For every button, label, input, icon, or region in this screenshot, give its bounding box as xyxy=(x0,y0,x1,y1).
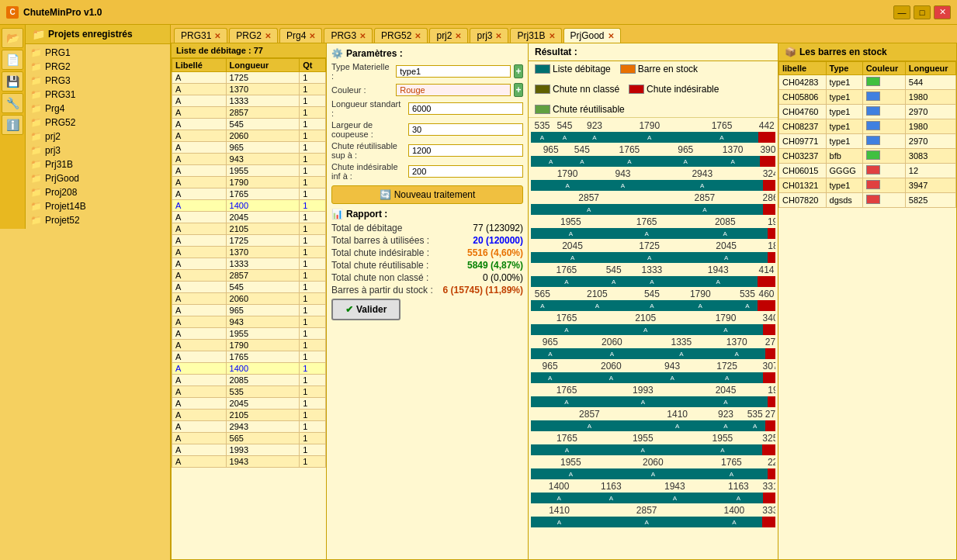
stock-row[interactable]: CH04283 type1 544 xyxy=(779,75,956,90)
save-button[interactable]: 💾 xyxy=(2,71,23,92)
table-row[interactable]: A13331 xyxy=(172,258,326,270)
param-longueur-input[interactable] xyxy=(408,102,523,115)
table-row[interactable]: A20451 xyxy=(172,212,326,223)
param-couleur-add[interactable]: + xyxy=(514,83,523,97)
table-row[interactable]: A17251 xyxy=(172,72,326,84)
sidebar-item[interactable]: 📁PRG3 xyxy=(27,74,168,88)
stock-row[interactable]: CH06015 GGGG 12 xyxy=(779,164,956,178)
table-row[interactable]: A21051 xyxy=(172,223,326,235)
table-row[interactable]: A19931 xyxy=(172,444,326,456)
tab[interactable]: Prj31B✕ xyxy=(510,28,561,43)
param-chute-indes-input[interactable] xyxy=(408,165,523,178)
sidebar-item[interactable]: 📁PRG31 xyxy=(27,88,168,102)
table-row[interactable]: A19431 xyxy=(172,456,326,468)
tab[interactable]: PRG3✕ xyxy=(324,28,373,43)
tab-close-icon[interactable]: ✕ xyxy=(414,32,421,40)
valider-button[interactable]: ✔ Valider xyxy=(331,299,400,320)
table-row[interactable]: A17651 xyxy=(172,188,326,200)
tab[interactable]: PRG2✕ xyxy=(229,28,278,43)
table-row[interactable]: A28571 xyxy=(172,270,326,282)
info-button[interactable]: ℹ️ xyxy=(2,115,23,135)
table-row[interactable]: A20851 xyxy=(172,375,326,386)
param-couleur-input[interactable] xyxy=(396,84,511,96)
table-row[interactable]: A14001 xyxy=(172,200,326,212)
tab-close-icon[interactable]: ✕ xyxy=(359,32,366,40)
sidebar-item[interactable]: 📁Projet14B xyxy=(27,199,168,213)
tools-button[interactable]: 🔧 xyxy=(2,93,23,113)
tab-close-icon[interactable]: ✕ xyxy=(265,32,271,40)
table-row[interactable]: A5351 xyxy=(172,386,326,398)
table-row[interactable]: A9431 xyxy=(172,154,326,165)
stock-libelle: CH06015 xyxy=(779,164,827,178)
table-row[interactable]: A14001 xyxy=(172,363,326,375)
bar-segment: A xyxy=(666,156,706,167)
minimize-button[interactable]: — xyxy=(893,5,910,19)
table-row[interactable]: A13331 xyxy=(172,95,326,107)
table-row[interactable]: A5651 xyxy=(172,433,326,444)
stock-row[interactable]: CH05806 type1 1980 xyxy=(779,90,956,105)
nouveau-button[interactable]: 🔄 Nouveau traitement xyxy=(331,185,523,204)
bar-label: 1790 xyxy=(613,120,685,131)
close-button[interactable]: ✕ xyxy=(934,5,951,19)
tab-close-icon[interactable]: ✕ xyxy=(214,32,220,40)
sidebar-item[interactable]: 📁PRG2 xyxy=(27,60,168,74)
new-button[interactable]: 📄 xyxy=(2,50,23,70)
sidebar-item[interactable]: 📁prj3 xyxy=(27,143,168,157)
tab[interactable]: PrjGood✕ xyxy=(563,28,621,43)
stock-row[interactable]: CH09771 type1 2970 xyxy=(779,134,956,149)
table-row[interactable]: A20601 xyxy=(172,130,326,142)
sidebar-item[interactable]: 📁PRG1 xyxy=(27,46,168,60)
table-row[interactable]: A17901 xyxy=(172,340,326,351)
table-row[interactable]: A19551 xyxy=(172,328,326,340)
param-type-add[interactable]: + xyxy=(514,64,523,78)
table-row[interactable]: A5451 xyxy=(172,282,326,293)
param-largeur-input[interactable] xyxy=(408,123,523,136)
tab-close-icon[interactable]: ✕ xyxy=(549,32,555,40)
bar-segment: A xyxy=(531,324,602,335)
tab[interactable]: Prg4✕ xyxy=(279,28,322,43)
table-row[interactable]: A20601 xyxy=(172,293,326,305)
sidebar-item[interactable]: 📁prj2 xyxy=(27,130,168,143)
table-row[interactable]: A28571 xyxy=(172,107,326,119)
table-row[interactable]: A5451 xyxy=(172,119,326,130)
stock-row[interactable]: CH03237 bfb 3083 xyxy=(779,149,956,164)
table-row[interactable]: A17901 xyxy=(172,177,326,188)
table-row[interactable]: A9651 xyxy=(172,305,326,316)
table-row[interactable]: A9431 xyxy=(172,316,326,328)
bar-row: 176521051790340AAA xyxy=(531,313,775,335)
tab-close-icon[interactable]: ✕ xyxy=(455,32,461,40)
param-type-input[interactable] xyxy=(396,65,511,78)
tab-close-icon[interactable]: ✕ xyxy=(495,32,501,40)
sidebar-item[interactable]: 📁Prg4 xyxy=(27,102,168,116)
bar-label: 340 xyxy=(763,313,775,323)
stock-row[interactable]: CH08237 type1 1980 xyxy=(779,119,956,134)
stock-row[interactable]: CH01321 type1 3947 xyxy=(779,178,956,193)
tab[interactable]: PRG31✕ xyxy=(174,28,227,43)
table-row[interactable]: A19551 xyxy=(172,165,326,177)
table-row[interactable]: A17651 xyxy=(172,351,326,363)
table-row[interactable]: A29431 xyxy=(172,421,326,433)
sidebar-item[interactable]: 📁Prj31B xyxy=(27,157,168,171)
sidebar-item[interactable]: 📁PrjGood xyxy=(27,171,168,185)
param-type-row: Type Materielle : + xyxy=(331,62,523,81)
table-row[interactable]: A21051 xyxy=(172,410,326,421)
table-row[interactable]: A13701 xyxy=(172,247,326,258)
tab[interactable]: prj2✕ xyxy=(429,28,468,43)
table-row[interactable]: A9651 xyxy=(172,142,326,154)
table-row[interactable]: A13701 xyxy=(172,84,326,95)
open-button[interactable]: 📂 xyxy=(2,28,23,48)
tab-close-icon[interactable]: ✕ xyxy=(608,32,614,40)
stock-row[interactable]: CH07820 dgsds 5825 xyxy=(779,193,956,208)
sidebar-item[interactable]: 📁Projet52 xyxy=(27,213,168,227)
param-chute-reutil-input[interactable] xyxy=(408,144,523,157)
tab-close-icon[interactable]: ✕ xyxy=(309,32,315,40)
sidebar-item[interactable]: 📁Proj208 xyxy=(27,185,168,199)
maximize-button[interactable]: □ xyxy=(914,5,931,19)
bar-segment: A xyxy=(588,517,706,527)
tab[interactable]: prj3✕ xyxy=(470,28,508,43)
tab[interactable]: PRG52✕ xyxy=(374,28,428,43)
table-row[interactable]: A20451 xyxy=(172,398,326,410)
sidebar-item[interactable]: 📁PRG52 xyxy=(27,116,168,130)
stock-row[interactable]: CH04760 type1 2970 xyxy=(779,105,956,119)
table-row[interactable]: A17251 xyxy=(172,235,326,247)
